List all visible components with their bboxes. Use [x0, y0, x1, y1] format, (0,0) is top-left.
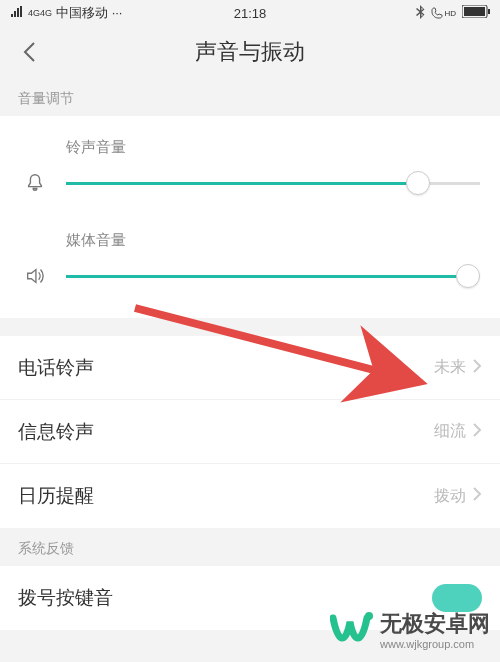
- dial-tone-toggle[interactable]: [432, 584, 482, 612]
- svg-rect-2: [488, 9, 490, 14]
- page-title: 声音与振动: [195, 37, 305, 67]
- nav-bar: 声音与振动: [0, 26, 500, 78]
- watermark-url: www.wjkgroup.com: [380, 639, 490, 650]
- row-value: 细流: [434, 421, 466, 442]
- row-label: 日历提醒: [18, 483, 94, 509]
- ring-volume-label: 铃声音量: [66, 138, 480, 157]
- chevron-right-icon: [472, 422, 482, 442]
- row-message-ringtone[interactable]: 信息铃声 细流: [0, 400, 500, 464]
- media-volume-block: 媒体音量: [20, 231, 480, 288]
- section-header-volume: 音量调节: [0, 78, 500, 116]
- back-button[interactable]: [14, 37, 44, 67]
- ringtone-list: 电话铃声 未来 信息铃声 细流 日历提醒 拨动: [0, 336, 500, 528]
- chevron-right-icon: [472, 358, 482, 378]
- row-value: 未来: [434, 357, 466, 378]
- clock: 21:18: [234, 6, 267, 21]
- svg-rect-1: [464, 7, 485, 16]
- row-phone-ringtone[interactable]: 电话铃声 未来: [0, 336, 500, 400]
- watermark-logo-icon: [330, 610, 374, 650]
- row-label: 信息铃声: [18, 419, 94, 445]
- speaker-icon: [20, 265, 50, 287]
- ring-volume-slider[interactable]: [66, 171, 480, 195]
- section-header-system-feedback: 系统反馈: [0, 528, 500, 566]
- svg-point-4: [365, 612, 373, 620]
- row-calendar-alert[interactable]: 日历提醒 拨动: [0, 464, 500, 528]
- status-right: HD: [415, 5, 490, 22]
- row-label: 拨号按键音: [18, 585, 113, 611]
- media-volume-slider[interactable]: [66, 264, 480, 288]
- row-value: 拨动: [434, 486, 466, 507]
- chevron-right-icon: [472, 486, 482, 506]
- sliders-panel: 铃声音量 媒体音量: [0, 116, 500, 318]
- row-label: 电话铃声: [18, 355, 94, 381]
- phone-hd-icon: HD: [431, 7, 456, 19]
- watermark: 无极安卓网 www.wjkgroup.com: [330, 609, 490, 650]
- signal-icon: [10, 6, 24, 21]
- bell-icon: [20, 172, 50, 194]
- battery-icon: [462, 5, 490, 21]
- status-bar: 4G4G 中国移动 ··· 21:18 HD: [0, 0, 500, 26]
- bluetooth-icon: [415, 5, 425, 22]
- media-volume-label: 媒体音量: [66, 231, 480, 250]
- ring-volume-block: 铃声音量: [20, 138, 480, 195]
- status-left: 4G4G 中国移动 ···: [10, 4, 122, 22]
- watermark-brand: 无极安卓网: [380, 611, 490, 636]
- signal-label: 4G4G: [28, 9, 52, 18]
- carrier-label: 中国移动 ···: [56, 4, 122, 22]
